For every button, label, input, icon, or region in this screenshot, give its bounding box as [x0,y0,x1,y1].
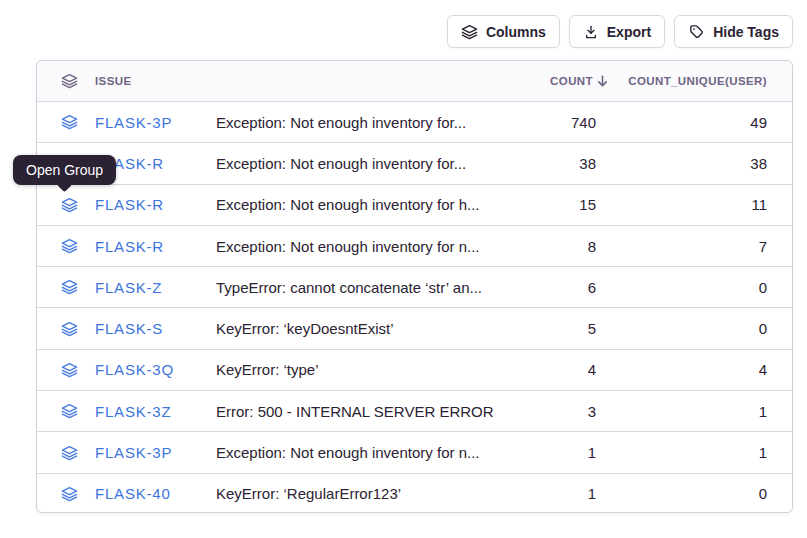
count-column-header[interactable]: COUNT [529,74,609,88]
table-row: FLASK-3Z Error: 500 - INTERNAL SERVER ER… [37,390,792,431]
issue-title: Exception: Not enough inventory for n... [216,444,529,461]
sort-desc-icon [596,74,609,88]
issue-title: Error: 500 - INTERNAL SERVER ERROR [216,403,529,420]
issue-group-icon[interactable] [61,279,78,295]
issue-column-header[interactable]: ISSUE [37,73,216,89]
count-unique-value: 1 [609,444,792,461]
count-unique-value: 4 [609,361,792,378]
count-value: 15 [529,196,609,213]
table-row: FLASK-3Q KeyError: ‘type’ 4 4 [37,349,792,390]
table-row: FLASK-S KeyError: ‘keyDoesntExist’ 5 0 [37,307,792,348]
table-row: FLASK-Z TypeError: cannot concatenate ‘s… [37,266,792,307]
issue-title: KeyError: ‘type’ [216,361,529,378]
issue-group-icon[interactable] [61,321,78,337]
tag-icon [688,23,705,40]
table-row: FLASK-R Exception: Not enough inventory … [37,142,792,183]
issue-cell: FLASK-R [37,196,216,213]
count-unique-value: 7 [609,238,792,255]
issue-link[interactable]: FLASK-3P [95,444,172,461]
download-icon [583,24,599,40]
issue-link[interactable]: FLASK-Z [95,279,162,296]
count-value: 6 [529,279,609,296]
count-value: 1 [529,485,609,502]
issue-group-icon[interactable] [61,403,78,419]
count-unique-value: 38 [609,155,792,172]
issue-title: Exception: Not enough inventory for... [216,114,529,131]
issue-link[interactable]: FLASK-3Q [95,361,174,378]
count-unique-value: 0 [609,279,792,296]
issue-title: KeyError: ‘RegularError123’ [216,485,529,502]
issue-link[interactable]: FLASK-R [95,238,164,255]
issue-cell: FLASK-R [37,238,216,255]
results-table: ISSUE COUNT COUNT_UNIQUE(USER) FLASK-3P … [36,60,793,513]
layers-icon [61,73,78,89]
table-row: FLASK-3P Exception: Not enough inventory… [37,431,792,472]
issue-title: Exception: Not enough inventory for n... [216,238,529,255]
count-value: 38 [529,155,609,172]
issue-cell: FLASK-3P [37,114,216,131]
count-value: 1 [529,444,609,461]
export-button[interactable]: Export [569,15,665,48]
issue-group-icon[interactable] [61,362,78,378]
issue-link[interactable]: FLASK-40 [95,485,171,502]
issue-cell: FLASK-Z [37,279,216,296]
table-toolbar: Columns Export Hide Tags [447,15,793,48]
issue-title: TypeError: cannot concatenate ‘str’ an..… [216,279,529,296]
issue-title: Exception: Not enough inventory for... [216,155,529,172]
hide-tags-button[interactable]: Hide Tags [674,15,793,48]
count-value: 4 [529,361,609,378]
columns-button[interactable]: Columns [447,15,560,48]
table-row: FLASK-3P Exception: Not enough inventory… [37,101,792,142]
layers-icon [461,24,478,40]
issue-link[interactable]: FLASK-S [95,320,163,337]
issue-link[interactable]: FLASK-R [95,196,164,213]
issue-group-icon[interactable] [61,445,78,461]
open-group-tooltip: Open Group [13,155,116,185]
count-value: 8 [529,238,609,255]
issue-cell: FLASK-3Q [37,361,216,378]
count-unique-value: 0 [609,320,792,337]
table-body: FLASK-3P Exception: Not enough inventory… [37,101,792,514]
count-unique-value: 11 [609,196,792,213]
count-unique-value: 49 [609,114,792,131]
issue-cell: FLASK-3Z [37,403,216,420]
issue-group-icon[interactable] [61,197,78,213]
table-row: FLASK-40 KeyError: ‘RegularError123’ 1 0 [37,473,792,514]
issue-cell: FLASK-40 [37,485,216,502]
count-unique-value: 0 [609,485,792,502]
table-row: FLASK-R Exception: Not enough inventory … [37,184,792,225]
count-value: 740 [529,114,609,131]
count-value: 3 [529,403,609,420]
count-column-label: COUNT [550,75,593,87]
export-button-label: Export [607,24,651,40]
count-unique-value: 1 [609,403,792,420]
issue-group-icon[interactable] [61,114,78,130]
table-header: ISSUE COUNT COUNT_UNIQUE(USER) [37,61,792,101]
issue-cell: FLASK-3P [37,444,216,461]
issue-group-icon[interactable] [61,486,78,502]
issue-group-icon[interactable] [61,238,78,254]
table-row: FLASK-R Exception: Not enough inventory … [37,225,792,266]
issue-link[interactable]: FLASK-3P [95,114,172,131]
count-value: 5 [529,320,609,337]
issue-column-label: ISSUE [95,75,132,87]
issue-link[interactable]: FLASK-3Z [95,403,171,420]
issue-title: Exception: Not enough inventory for h... [216,196,529,213]
issue-title: KeyError: ‘keyDoesntExist’ [216,320,529,337]
issue-cell: FLASK-S [37,320,216,337]
columns-button-label: Columns [486,24,546,40]
open-group-tooltip-label: Open Group [26,162,103,178]
count-unique-column-header[interactable]: COUNT_UNIQUE(USER) [609,75,792,87]
hide-tags-button-label: Hide Tags [713,24,779,40]
